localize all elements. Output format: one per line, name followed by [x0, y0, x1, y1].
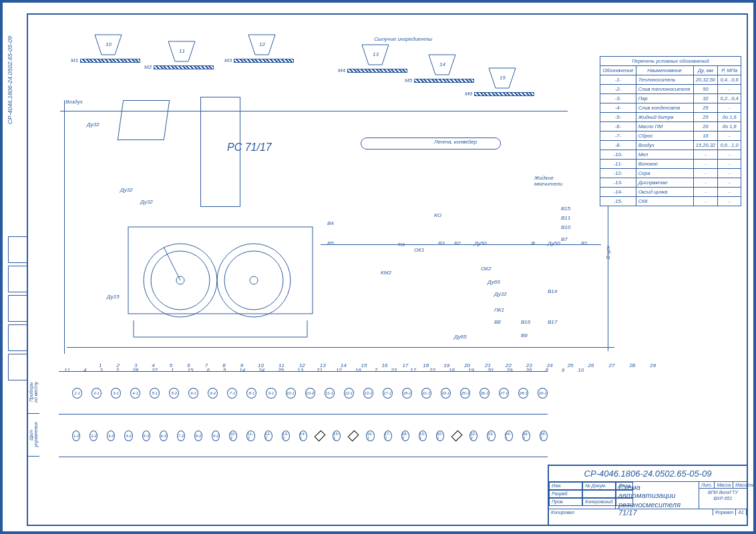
drawing-sheet: СР-4046.1806-24.0502.65-05-09 Сыпучие ин…: [0, 0, 756, 534]
du32-a: Ду32: [87, 121, 100, 127]
col-num: 10: [258, 362, 264, 368]
du32-c: Ду32: [140, 199, 153, 205]
du65: Ду65: [488, 279, 500, 285]
instrument-13-1: 13-1: [363, 388, 373, 398]
legend-cell: Воздух: [636, 141, 693, 150]
tb-razrab: Разраб.: [549, 490, 582, 498]
instrument-20-1: 20-1: [436, 431, 444, 441]
legend-cell: -: [718, 197, 741, 206]
legend-header: Наименование: [636, 66, 693, 75]
legend-cell: -: [693, 160, 718, 169]
legend-cell: -5-: [600, 113, 636, 122]
col-num: 25: [568, 362, 574, 368]
instrument-10-3: 10-3: [229, 431, 237, 441]
legend-cell: -: [693, 150, 718, 160]
air-chamber: [118, 100, 170, 140]
legend-cell: -14-: [600, 188, 636, 197]
v9-tag: В9: [521, 332, 528, 338]
instrument-8-2: 8-2: [194, 431, 202, 441]
du50-b: Ду50: [548, 240, 560, 246]
ok2-tag: ОК2: [481, 266, 491, 272]
instrument-16-1: 16-1: [366, 431, 374, 441]
instrument-6-2: 6-2: [208, 388, 218, 398]
instrument-9-2: 9-2: [212, 431, 220, 441]
instrument-1-1: 1-1: [72, 388, 82, 398]
school: ВПИ ВолгГТУ: [699, 488, 747, 496]
col-num: 8: [222, 362, 225, 368]
legend-cell: 15,20,32: [693, 141, 718, 150]
du15: Ду15: [107, 294, 120, 300]
valve-icon: [350, 431, 357, 441]
instrument-22-1: 22-1: [441, 388, 451, 398]
v4-tag: В4: [327, 220, 334, 226]
legend-cell: Волокно: [636, 160, 693, 169]
hopper-label-11: 11: [179, 48, 185, 54]
conveyor-tag-3: М3: [224, 57, 232, 63]
col-num: 17: [402, 362, 408, 368]
col-num: 23: [526, 362, 532, 368]
legend-cell: 32: [693, 94, 718, 103]
instrument-18-1: 18-1: [402, 388, 412, 398]
pipe-top: [60, 111, 568, 111]
conveyor-tag-5: М5: [405, 77, 412, 83]
col-num: 11: [278, 362, 285, 368]
legend-cell: Теплоноситель: [636, 75, 693, 85]
col-num: 26: [588, 362, 594, 368]
col-num: 3: [134, 362, 137, 368]
instrument-band: Приборы по месту Щит управления 12345678…: [27, 371, 748, 458]
instrument-26-2: 26-2: [522, 431, 530, 441]
liquid-softeners-label: Жидкие мягчители: [534, 175, 562, 187]
instrument-6-3: 6-3: [160, 431, 168, 441]
tb-ndoc: № Докум.: [582, 482, 616, 490]
legend-cell: -2-: [600, 85, 636, 94]
instrument-10-1: 10-1: [286, 388, 296, 398]
v14-tag: В14: [548, 288, 557, 294]
instrument-1-2: 1-2: [72, 431, 80, 441]
v11-tag: В11: [561, 215, 570, 221]
du50: Ду50: [474, 240, 487, 246]
v16-tag: В16: [521, 319, 530, 325]
legend-cell: 50: [693, 85, 718, 94]
rubber-mixer: [127, 207, 314, 340]
side-doc-number: СР-4046.1806-24.0502.65-05-09: [7, 36, 13, 124]
instrument-2-1: 2-1: [91, 388, 102, 398]
v1-tag: В1: [581, 240, 588, 246]
legend-cell: -: [718, 188, 741, 197]
col-num: 19: [443, 362, 449, 368]
legend-cell: -4-: [600, 103, 636, 113]
legend-cell: Сброс: [636, 131, 693, 141]
legend-cell: -10-: [600, 150, 636, 160]
legend-header: Обозначение: [600, 66, 636, 75]
legend-cell: СКК: [636, 197, 693, 206]
col-num: 21: [485, 362, 491, 368]
instrument-21-1: 21-1: [421, 388, 431, 398]
legend-cell: до 1,6: [718, 122, 741, 131]
field-instruments-row: 1-12-13-14-15-15-26-16-27-18-19-110-110-…: [59, 372, 548, 415]
legend-cell: Сера: [636, 169, 693, 178]
instrument-29-1: 29-1: [538, 388, 548, 398]
v2-tag: В2: [454, 240, 461, 246]
instrument-19-1: 19-1: [419, 431, 427, 441]
instrument-2-2: 2-2: [89, 431, 98, 441]
instrument-23-1: 23-1: [487, 431, 495, 441]
instrument-12-1: 12-1: [344, 388, 354, 398]
v7-tag: В7: [561, 236, 568, 242]
v10-tag: В10: [561, 224, 570, 230]
svg-point-3: [217, 244, 291, 317]
legend-cell: 25: [693, 103, 718, 113]
panel-instruments-row: 1-22-23-24-25-36-37-28-29-210-311-212-21…: [59, 415, 548, 457]
legend-cell: Жидкий битум: [636, 113, 693, 122]
legend-cell: Мел: [636, 150, 693, 160]
col-num: 9: [240, 362, 243, 368]
copy-label: Копировал: [549, 509, 713, 515]
pipe-left: [64, 100, 65, 354]
legend-cell: Оксид цинка: [636, 188, 693, 197]
instrument-17-1: 17-1: [383, 388, 393, 398]
instrument-7-2: 7-2: [177, 431, 185, 441]
instrument-5-2: 5-2: [169, 388, 179, 398]
feed-chute: [200, 97, 240, 207]
instrument-27-1: 27-1: [499, 388, 509, 398]
column-numbers: 1234567891011121314151617181920212223242…: [59, 362, 656, 368]
col-num: 27: [608, 362, 614, 368]
instrument-3-1: 3-1: [111, 388, 121, 398]
